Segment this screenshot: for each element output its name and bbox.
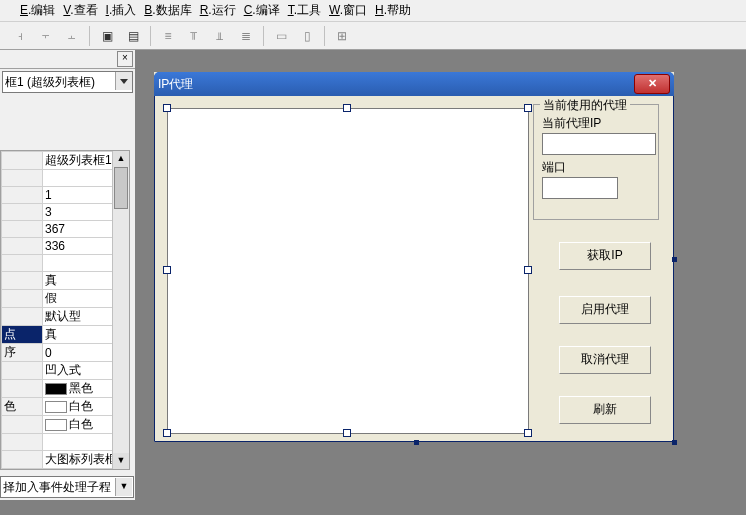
property-label: 齐方式: [2, 469, 43, 471]
toolbar: ⫞ ⫟ ⫠ ▣ ▤ ≡ ⫪ ⫫ ≣ ▭ ▯ ⊞: [0, 22, 746, 50]
current-proxy-group: 当前使用的代理 当前代理IP 端口: [533, 104, 659, 220]
menu-view[interactable]: V.查看: [63, 2, 97, 19]
panel-close-icon[interactable]: ×: [117, 51, 133, 67]
menu-database[interactable]: B.数据库: [144, 2, 191, 19]
property-row[interactable]: [2, 255, 129, 272]
scroll-up-icon[interactable]: ▲: [113, 151, 129, 167]
property-row[interactable]: 黑色: [2, 380, 129, 398]
property-label: [2, 255, 43, 272]
tool-dist-3[interactable]: ⫫: [208, 24, 232, 48]
property-row[interactable]: [2, 170, 129, 187]
menu-window[interactable]: W.窗口: [329, 2, 367, 19]
get-ip-button[interactable]: 获取IP: [559, 242, 651, 270]
property-label: [2, 290, 43, 308]
property-row[interactable]: 点真▼: [2, 326, 129, 344]
property-label: [2, 238, 43, 255]
tool-dist-2[interactable]: ⫪: [182, 24, 206, 48]
property-label: [2, 204, 43, 221]
refresh-button[interactable]: 刷新: [559, 396, 651, 424]
menu-tools[interactable]: T.工具: [288, 2, 321, 19]
property-row[interactable]: 367: [2, 221, 129, 238]
menu-edit[interactable]: E.编辑: [20, 2, 55, 19]
enable-proxy-button[interactable]: 启用代理: [559, 296, 651, 324]
property-label: 序: [2, 344, 43, 362]
property-row[interactable]: 超级列表框1: [2, 152, 129, 170]
panel-header: ×: [0, 50, 135, 69]
design-canvas[interactable]: IP代理 ✕ 当前使用的代理 当前代理IP: [136, 50, 746, 515]
tool-grid-icon[interactable]: ⊞: [330, 24, 354, 48]
tool-size-1[interactable]: ▭: [269, 24, 293, 48]
property-row[interactable]: 齐方式顶部对齐: [2, 469, 129, 471]
property-row[interactable]: 3: [2, 204, 129, 221]
property-panel: × 框1 (超级列表框) 超级列表框113367336真假默认型点真▼序0凹入式…: [0, 50, 136, 500]
property-label: [2, 380, 43, 398]
input-port[interactable]: [542, 177, 618, 199]
property-label: [2, 362, 43, 380]
property-row[interactable]: 凹入式: [2, 362, 129, 380]
property-row[interactable]: 大图标列表框: [2, 451, 129, 469]
property-grid: 超级列表框113367336真假默认型点真▼序0凹入式黑色色白色白色大图标列表框…: [0, 150, 130, 470]
property-row[interactable]: 默认型: [2, 308, 129, 326]
tool-center-v[interactable]: ▤: [121, 24, 145, 48]
ip-listbox[interactable]: [167, 108, 529, 434]
property-label: 点: [2, 326, 43, 344]
property-row[interactable]: [2, 434, 129, 451]
titlebar[interactable]: IP代理 ✕: [154, 72, 674, 96]
menu-help[interactable]: H.帮助: [375, 2, 411, 19]
tool-size-2[interactable]: ▯: [295, 24, 319, 48]
tool-align-3[interactable]: ⫠: [60, 24, 84, 48]
property-row[interactable]: 真: [2, 272, 129, 290]
property-row[interactable]: 1: [2, 187, 129, 204]
close-button[interactable]: ✕: [634, 74, 670, 94]
menu-bar: E.编辑 V.查看 I.插入 B.数据库 R.运行 C.编译 T.工具 W.窗口…: [0, 0, 746, 22]
group-title: 当前使用的代理: [540, 97, 630, 114]
color-swatch: [45, 401, 67, 413]
property-label: [2, 416, 43, 434]
tool-align-2[interactable]: ⫟: [34, 24, 58, 48]
event-selector-text: 择加入事件处理子程: [3, 479, 111, 496]
menu-insert[interactable]: I.插入: [106, 2, 137, 19]
tool-center-h[interactable]: ▣: [95, 24, 119, 48]
property-row[interactable]: 白色: [2, 416, 129, 434]
property-label: [2, 221, 43, 238]
chevron-down-icon[interactable]: ▼: [115, 478, 132, 496]
property-row[interactable]: 336: [2, 238, 129, 255]
tool-align-1[interactable]: ⫞: [8, 24, 32, 48]
window-title: IP代理: [158, 76, 634, 93]
property-label: [2, 451, 43, 469]
menu-compile[interactable]: C.编译: [244, 2, 280, 19]
cancel-proxy-button[interactable]: 取消代理: [559, 346, 651, 374]
property-label: [2, 170, 43, 187]
property-row[interactable]: 色白色: [2, 398, 129, 416]
label-port: 端口: [542, 159, 566, 176]
form-body: 当前使用的代理 当前代理IP 端口 获取IP 启用代理 取消代理 刷新: [157, 98, 671, 439]
property-label: [2, 434, 43, 451]
property-label: [2, 308, 43, 326]
property-label: [2, 187, 43, 204]
tool-dist-4[interactable]: ≣: [234, 24, 258, 48]
property-row[interactable]: 假: [2, 290, 129, 308]
event-selector[interactable]: 择加入事件处理子程 ▼: [0, 476, 134, 498]
object-selector[interactable]: 框1 (超级列表框): [2, 71, 133, 93]
property-label: [2, 152, 43, 170]
property-row[interactable]: 序0: [2, 344, 129, 362]
form-window[interactable]: IP代理 ✕ 当前使用的代理 当前代理IP: [154, 72, 674, 442]
object-selector-text: 框1 (超级列表框): [5, 74, 95, 91]
menu-run[interactable]: R.运行: [200, 2, 236, 19]
label-proxy-ip: 当前代理IP: [542, 115, 601, 132]
input-proxy-ip[interactable]: [542, 133, 656, 155]
scroll-thumb[interactable]: [114, 167, 128, 209]
color-swatch: [45, 419, 67, 431]
grid-scrollbar[interactable]: ▲ ▼: [112, 151, 129, 469]
property-label: [2, 272, 43, 290]
tool-dist-1[interactable]: ≡: [156, 24, 180, 48]
property-label: 色: [2, 398, 43, 416]
scroll-down-icon[interactable]: ▼: [113, 453, 129, 469]
color-swatch: [45, 383, 67, 395]
chevron-down-icon[interactable]: [115, 72, 132, 90]
